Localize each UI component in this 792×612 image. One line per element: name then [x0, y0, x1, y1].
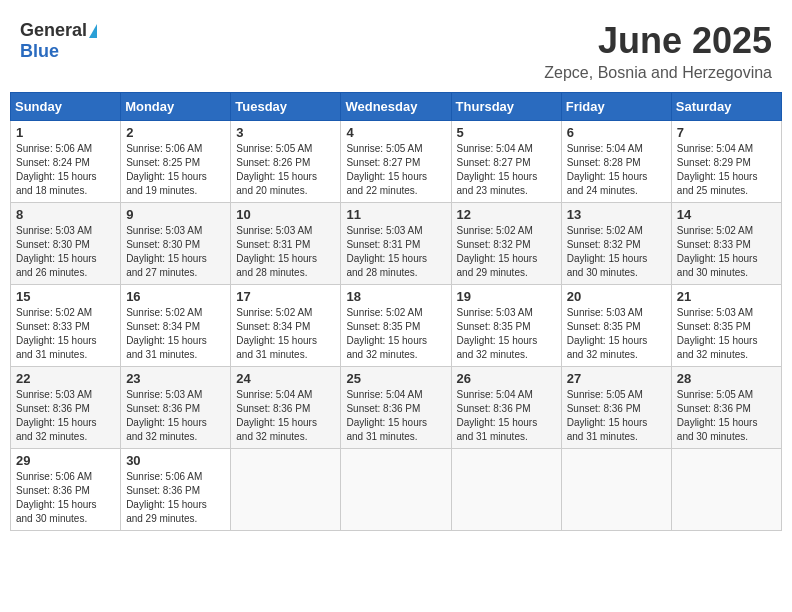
calendar-cell: 8Sunrise: 5:03 AMSunset: 8:30 PMDaylight…	[11, 203, 121, 285]
day-number: 26	[457, 371, 556, 386]
calendar-cell: 3Sunrise: 5:05 AMSunset: 8:26 PMDaylight…	[231, 121, 341, 203]
day-number: 18	[346, 289, 445, 304]
day-info: Sunrise: 5:03 AMSunset: 8:36 PMDaylight:…	[16, 389, 97, 442]
weekday-header-tuesday: Tuesday	[231, 93, 341, 121]
calendar-cell: 22Sunrise: 5:03 AMSunset: 8:36 PMDayligh…	[11, 367, 121, 449]
day-info: Sunrise: 5:05 AMSunset: 8:36 PMDaylight:…	[567, 389, 648, 442]
day-info: Sunrise: 5:03 AMSunset: 8:35 PMDaylight:…	[677, 307, 758, 360]
day-number: 13	[567, 207, 666, 222]
weekday-header-sunday: Sunday	[11, 93, 121, 121]
day-info: Sunrise: 5:02 AMSunset: 8:32 PMDaylight:…	[457, 225, 538, 278]
day-number: 7	[677, 125, 776, 140]
header: General Blue June 2025 Zepce, Bosnia and…	[10, 10, 782, 87]
weekday-header-saturday: Saturday	[671, 93, 781, 121]
day-info: Sunrise: 5:02 AMSunset: 8:33 PMDaylight:…	[677, 225, 758, 278]
calendar-cell: 26Sunrise: 5:04 AMSunset: 8:36 PMDayligh…	[451, 367, 561, 449]
calendar-cell: 17Sunrise: 5:02 AMSunset: 8:34 PMDayligh…	[231, 285, 341, 367]
day-number: 12	[457, 207, 556, 222]
day-info: Sunrise: 5:02 AMSunset: 8:34 PMDaylight:…	[126, 307, 207, 360]
day-info: Sunrise: 5:04 AMSunset: 8:36 PMDaylight:…	[236, 389, 317, 442]
day-number: 1	[16, 125, 115, 140]
day-info: Sunrise: 5:06 AMSunset: 8:25 PMDaylight:…	[126, 143, 207, 196]
day-info: Sunrise: 5:03 AMSunset: 8:36 PMDaylight:…	[126, 389, 207, 442]
day-number: 27	[567, 371, 666, 386]
day-number: 11	[346, 207, 445, 222]
logo-icon	[89, 24, 97, 38]
calendar-cell: 20Sunrise: 5:03 AMSunset: 8:35 PMDayligh…	[561, 285, 671, 367]
calendar-cell: 2Sunrise: 5:06 AMSunset: 8:25 PMDaylight…	[121, 121, 231, 203]
weekday-header-row: SundayMondayTuesdayWednesdayThursdayFrid…	[11, 93, 782, 121]
day-number: 2	[126, 125, 225, 140]
calendar-cell: 4Sunrise: 5:05 AMSunset: 8:27 PMDaylight…	[341, 121, 451, 203]
logo: General Blue	[20, 20, 97, 62]
day-number: 9	[126, 207, 225, 222]
title-area: June 2025 Zepce, Bosnia and Herzegovina	[544, 20, 772, 82]
day-info: Sunrise: 5:02 AMSunset: 8:32 PMDaylight:…	[567, 225, 648, 278]
day-number: 5	[457, 125, 556, 140]
calendar-cell: 5Sunrise: 5:04 AMSunset: 8:27 PMDaylight…	[451, 121, 561, 203]
day-number: 22	[16, 371, 115, 386]
day-info: Sunrise: 5:04 AMSunset: 8:36 PMDaylight:…	[457, 389, 538, 442]
day-number: 8	[16, 207, 115, 222]
day-number: 4	[346, 125, 445, 140]
day-info: Sunrise: 5:04 AMSunset: 8:36 PMDaylight:…	[346, 389, 427, 442]
calendar-cell: 13Sunrise: 5:02 AMSunset: 8:32 PMDayligh…	[561, 203, 671, 285]
day-number: 21	[677, 289, 776, 304]
day-number: 19	[457, 289, 556, 304]
calendar-cell: 23Sunrise: 5:03 AMSunset: 8:36 PMDayligh…	[121, 367, 231, 449]
calendar-cell: 16Sunrise: 5:02 AMSunset: 8:34 PMDayligh…	[121, 285, 231, 367]
calendar-cell: 18Sunrise: 5:02 AMSunset: 8:35 PMDayligh…	[341, 285, 451, 367]
calendar-cell	[451, 449, 561, 531]
day-info: Sunrise: 5:03 AMSunset: 8:30 PMDaylight:…	[16, 225, 97, 278]
calendar-cell: 9Sunrise: 5:03 AMSunset: 8:30 PMDaylight…	[121, 203, 231, 285]
weekday-header-friday: Friday	[561, 93, 671, 121]
day-number: 10	[236, 207, 335, 222]
weekday-header-thursday: Thursday	[451, 93, 561, 121]
calendar-cell: 30Sunrise: 5:06 AMSunset: 8:36 PMDayligh…	[121, 449, 231, 531]
day-number: 30	[126, 453, 225, 468]
calendar-cell: 27Sunrise: 5:05 AMSunset: 8:36 PMDayligh…	[561, 367, 671, 449]
day-info: Sunrise: 5:05 AMSunset: 8:26 PMDaylight:…	[236, 143, 317, 196]
calendar-cell: 7Sunrise: 5:04 AMSunset: 8:29 PMDaylight…	[671, 121, 781, 203]
day-info: Sunrise: 5:02 AMSunset: 8:33 PMDaylight:…	[16, 307, 97, 360]
calendar-cell: 10Sunrise: 5:03 AMSunset: 8:31 PMDayligh…	[231, 203, 341, 285]
calendar-cell	[561, 449, 671, 531]
day-number: 25	[346, 371, 445, 386]
day-info: Sunrise: 5:05 AMSunset: 8:27 PMDaylight:…	[346, 143, 427, 196]
day-info: Sunrise: 5:03 AMSunset: 8:31 PMDaylight:…	[236, 225, 317, 278]
day-number: 16	[126, 289, 225, 304]
day-info: Sunrise: 5:02 AMSunset: 8:34 PMDaylight:…	[236, 307, 317, 360]
calendar-cell: 15Sunrise: 5:02 AMSunset: 8:33 PMDayligh…	[11, 285, 121, 367]
day-number: 3	[236, 125, 335, 140]
calendar-cell: 11Sunrise: 5:03 AMSunset: 8:31 PMDayligh…	[341, 203, 451, 285]
day-number: 20	[567, 289, 666, 304]
day-info: Sunrise: 5:05 AMSunset: 8:36 PMDaylight:…	[677, 389, 758, 442]
calendar-cell: 29Sunrise: 5:06 AMSunset: 8:36 PMDayligh…	[11, 449, 121, 531]
day-number: 15	[16, 289, 115, 304]
day-number: 29	[16, 453, 115, 468]
month-title: June 2025	[544, 20, 772, 62]
day-info: Sunrise: 5:04 AMSunset: 8:28 PMDaylight:…	[567, 143, 648, 196]
calendar-cell	[341, 449, 451, 531]
day-info: Sunrise: 5:06 AMSunset: 8:24 PMDaylight:…	[16, 143, 97, 196]
calendar-cell	[231, 449, 341, 531]
day-info: Sunrise: 5:04 AMSunset: 8:27 PMDaylight:…	[457, 143, 538, 196]
day-info: Sunrise: 5:03 AMSunset: 8:30 PMDaylight:…	[126, 225, 207, 278]
calendar-cell: 1Sunrise: 5:06 AMSunset: 8:24 PMDaylight…	[11, 121, 121, 203]
calendar-cell: 6Sunrise: 5:04 AMSunset: 8:28 PMDaylight…	[561, 121, 671, 203]
day-info: Sunrise: 5:03 AMSunset: 8:35 PMDaylight:…	[457, 307, 538, 360]
day-number: 14	[677, 207, 776, 222]
calendar-cell: 21Sunrise: 5:03 AMSunset: 8:35 PMDayligh…	[671, 285, 781, 367]
day-info: Sunrise: 5:04 AMSunset: 8:29 PMDaylight:…	[677, 143, 758, 196]
location-title: Zepce, Bosnia and Herzegovina	[544, 64, 772, 82]
calendar-cell: 19Sunrise: 5:03 AMSunset: 8:35 PMDayligh…	[451, 285, 561, 367]
day-number: 28	[677, 371, 776, 386]
weekday-header-monday: Monday	[121, 93, 231, 121]
calendar-cell: 25Sunrise: 5:04 AMSunset: 8:36 PMDayligh…	[341, 367, 451, 449]
calendar-week-3: 15Sunrise: 5:02 AMSunset: 8:33 PMDayligh…	[11, 285, 782, 367]
calendar-week-4: 22Sunrise: 5:03 AMSunset: 8:36 PMDayligh…	[11, 367, 782, 449]
day-info: Sunrise: 5:06 AMSunset: 8:36 PMDaylight:…	[126, 471, 207, 524]
logo-blue-text: Blue	[20, 41, 59, 62]
calendar-week-1: 1Sunrise: 5:06 AMSunset: 8:24 PMDaylight…	[11, 121, 782, 203]
calendar: SundayMondayTuesdayWednesdayThursdayFrid…	[10, 92, 782, 531]
